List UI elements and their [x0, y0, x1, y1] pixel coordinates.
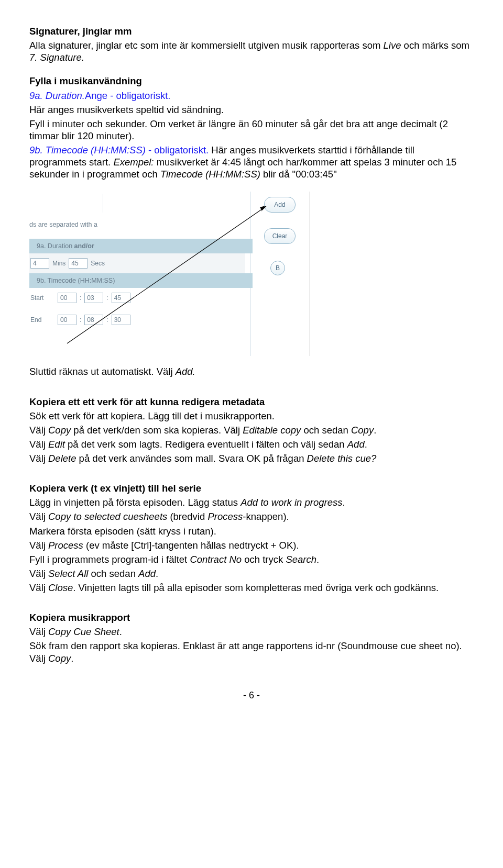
end-label: End — [30, 316, 54, 324]
start-ss-input[interactable] — [112, 293, 130, 303]
text-italic: Search — [286, 554, 316, 565]
text-italic: Process — [207, 511, 243, 522]
text: . — [316, 554, 319, 565]
text: blir då "00:03:45" — [260, 169, 337, 180]
text: Välj — [29, 540, 48, 551]
start-hh-input[interactable] — [58, 293, 76, 303]
divider — [103, 194, 103, 213]
text-italic: Close — [48, 582, 73, 593]
code-9b: 9b. Timecode (HH:MM:SS) — [29, 144, 146, 155]
text: Välj — [29, 568, 48, 579]
text: och sedan — [301, 425, 351, 436]
heading: Kopiera musikrapport — [29, 611, 474, 624]
text-italic: Timecode (HH:MM:SS) — [160, 169, 260, 180]
line: Välj Close. Vinjetten lagts till på alla… — [29, 582, 474, 594]
end-mm-input[interactable] — [84, 315, 103, 325]
colon: : — [106, 294, 108, 302]
text: (ev måste [Ctrl]-tangenten hållas nedtry… — [83, 540, 299, 551]
text: Välj — [29, 425, 48, 436]
text-italic: Copy — [48, 653, 71, 664]
end-hh-input[interactable] — [58, 315, 76, 325]
text-italic: Add. — [176, 366, 195, 377]
mins-input[interactable] — [30, 258, 49, 269]
section-copy-one: Kopiera ett ett verk för att kunna redig… — [29, 396, 474, 465]
start-row: Start : : — [29, 288, 245, 308]
heading: Kopiera ett ett verk för att kunna redig… — [29, 396, 474, 408]
line: Fyll i programmets program-id i fältet C… — [29, 553, 474, 565]
form-panel: ds are separated with a 9a. Duration and… — [29, 192, 310, 356]
text: på det verk som lagts. Redigera eventuel… — [65, 439, 347, 450]
line: Välj Select All och sedan Add. — [29, 567, 474, 580]
line: Lägg in vinjetten på första episoden. Lä… — [29, 496, 474, 508]
text: Sök fram den rapport ska kopieras. Enkla… — [29, 640, 462, 663]
clear-button[interactable]: Clear — [264, 228, 296, 244]
text-italic: Editable copy — [243, 425, 301, 436]
text-italic: Delete — [48, 453, 76, 464]
text: Lägg in vinjetten på första episoden. Lä… — [29, 497, 240, 508]
text: . — [71, 653, 73, 664]
secs-input[interactable] — [69, 258, 88, 269]
section-bar-9b: 9b. Timecode (HH:MM:SS) — [29, 273, 253, 288]
text: . — [343, 497, 345, 508]
text-italic: Copy Cue Sheet — [48, 626, 119, 637]
text: Fyll i minuter och sekunder. Om verket ä… — [29, 118, 474, 142]
section-bar-9a: 9a. Duration and/or — [29, 239, 253, 253]
section-copy-report: Kopiera musikrapport Välj Copy Cue Sheet… — [29, 611, 474, 664]
text-italic: Copy to selected cuesheets — [48, 511, 167, 522]
end-ss-input[interactable] — [112, 315, 130, 325]
colon: : — [106, 316, 108, 324]
text-italic: Exempel: — [113, 157, 154, 168]
text-italic: Add to work in progress — [240, 497, 342, 508]
text: Fyll i programmets program-id i fältet — [29, 554, 190, 565]
line: Välj Process (ev måste [Ctrl]-tangenten … — [29, 539, 474, 551]
b-button[interactable]: B — [270, 261, 285, 275]
start-label: Start — [30, 294, 54, 302]
text-italic: Delete this cue? — [307, 453, 377, 464]
mins-label: Mins — [52, 260, 65, 268]
line: Välj Copy på det verk/den som ska kopier… — [29, 424, 474, 436]
end-row: End : : — [29, 308, 245, 332]
text: - obligatoriskt. — [146, 144, 209, 155]
text-italic: Copy — [48, 425, 71, 436]
line: Välj Delete på det verk användes som mal… — [29, 452, 474, 464]
text: . — [119, 626, 122, 637]
form-screenshot: ds are separated with a 9a. Duration and… — [29, 192, 309, 356]
add-button[interactable]: Add — [264, 197, 296, 213]
text: Markera första episoden (sätt kryss i ru… — [29, 525, 474, 537]
text: och tryck — [242, 554, 286, 565]
line: Välj Copy Cue Sheet. — [29, 626, 474, 638]
text-italic: 7. Signature. — [29, 52, 84, 63]
text-italic: Add — [347, 439, 365, 450]
text: och sedan — [88, 568, 138, 579]
text: Välj — [29, 582, 48, 593]
para-sluttid: Sluttid räknas ut automatiskt. Välj Add. — [29, 365, 474, 377]
text: Sök ett verk för att kopiera. Lägg till … — [29, 410, 474, 422]
button-label: Clear — [272, 232, 288, 240]
text: Sluttid räknas ut automatiskt. Välj — [29, 366, 176, 377]
line: Sök fram den rapport ska kopieras. Enkla… — [29, 640, 474, 664]
text: på det verk användes som mall. Svara OK … — [76, 453, 307, 464]
para-signaturer: Alla signaturer, jinglar etc som inte är… — [29, 39, 474, 63]
start-mm-input[interactable] — [84, 293, 103, 303]
text-italic: Add — [138, 568, 156, 579]
truncated-text: ds are separated with a — [29, 221, 97, 229]
heading-signaturer: Signaturer, jinglar mm — [29, 25, 474, 37]
line-9a: 9a. Duration.Ange - obligatoriskt. — [29, 90, 474, 102]
text-italic: Live — [384, 40, 401, 51]
text-italic: Copy — [351, 425, 374, 436]
colon: : — [80, 316, 81, 324]
line: Välj Edit på det verk som lagts. Rediger… — [29, 438, 474, 450]
text: Ange - obligatoriskt. — [85, 90, 171, 101]
text: Alla signaturer, jinglar etc som inte är… — [29, 40, 384, 51]
text: Välj — [29, 439, 48, 450]
text: Välj — [29, 453, 48, 464]
label: 9b. Timecode (HH:MM:SS) — [37, 277, 115, 285]
colon: : — [80, 294, 81, 302]
text: . Vinjetten lagts till på alla episoder … — [73, 582, 439, 593]
label-bold: and/or — [74, 242, 94, 251]
text: . — [374, 425, 376, 436]
para-9b: 9b. Timecode (HH:MM:SS) - obligatoriskt.… — [29, 144, 474, 180]
text: (bredvid — [167, 511, 207, 522]
heading: Kopiera verk (t ex vinjett) till hel ser… — [29, 482, 474, 494]
page-number: - 6 - — [29, 689, 474, 702]
